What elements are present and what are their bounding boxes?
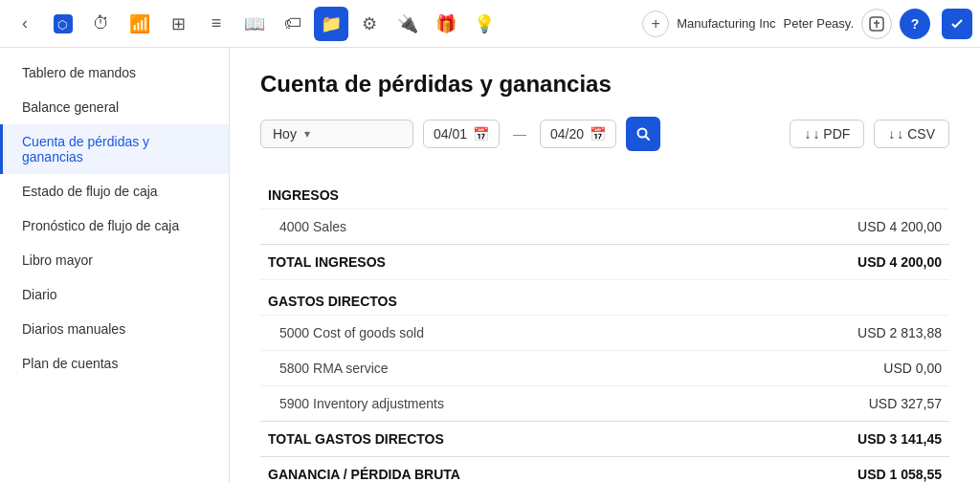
row-ganancia-bruta: GANANCIA / PÉRDIDA BRUTA USD 1 058,55	[260, 457, 949, 483]
plug-icon[interactable]: 🔌	[390, 7, 425, 41]
settings-icon[interactable]: ⚙	[352, 7, 387, 41]
cogs-value: USD 2 813,88	[726, 316, 949, 351]
sidebar-item-flujo[interactable]: Estado de flujo de caja	[0, 174, 229, 208]
chevron-down-icon: ▾	[304, 127, 310, 141]
row-5900[interactable]: 5900 Inventory adjustments USD 327,57	[260, 386, 949, 422]
main-content: Cuenta de pérdidas y ganancias Hoy ▾ 04/…	[230, 48, 980, 482]
date-separator: —	[509, 126, 530, 142]
gift-icon[interactable]: 🎁	[429, 7, 463, 41]
search-button[interactable]	[626, 117, 660, 151]
sidebar-item-tablero[interactable]: Tablero de mandos	[0, 55, 229, 90]
page-title: Cuenta de pérdidas y ganancias	[260, 71, 949, 98]
ganancia-value: USD 1 058,55	[726, 457, 949, 483]
csv-icon: ↓	[888, 126, 895, 142]
sidebar-item-libro[interactable]: Libro mayor	[0, 243, 229, 277]
section-gastos-header: GASTOS DIRECTOS	[260, 280, 949, 316]
row-total-ingresos: TOTAL INGRESOS USD 4 200,00	[260, 245, 949, 280]
row-5000[interactable]: 5000 Cost of goods sold USD 2 813,88	[260, 316, 949, 351]
company-name[interactable]: Manufacturing Inc	[677, 16, 775, 31]
sales-label: 4000 Sales	[260, 209, 726, 245]
sidebar: Tablero de mandos Balance general Cuenta…	[0, 48, 230, 482]
date-to-input[interactable]: 04/20 📅	[540, 120, 616, 148]
user-name[interactable]: Peter Peasy.	[784, 16, 854, 31]
period-select[interactable]: Hoy ▾	[260, 120, 413, 148]
date-to-value: 04/20	[550, 126, 584, 142]
inventory-label: 5900 Inventory adjustments	[260, 386, 726, 422]
pdf-icon: ↓	[804, 126, 811, 142]
date-from-input[interactable]: 04/01 📅	[423, 120, 500, 148]
cogs-label: 5000 Cost of goods sold	[260, 316, 726, 351]
help-button[interactable]: ?	[900, 9, 930, 39]
section-ingresos-header: INGRESOS	[260, 174, 949, 209]
bulb-icon[interactable]: 💡	[467, 7, 501, 41]
row-4000-sales[interactable]: 4000 Sales USD 4 200,00	[260, 209, 949, 245]
report-table: INGRESOS 4000 Sales USD 4 200,00 TOTAL I…	[260, 174, 949, 482]
sales-value: USD 4 200,00	[726, 209, 949, 245]
app-icon[interactable]: ⬡	[46, 7, 80, 41]
ingresos-label: INGRESOS	[260, 174, 726, 209]
csv-label: ↓ CSV	[897, 126, 935, 142]
row-total-gastos: TOTAL GASTOS DIRECTOS USD 3 141,45	[260, 422, 949, 457]
sidebar-item-plan[interactable]: Plan de cuentas	[0, 346, 229, 381]
rma-value: USD 0,00	[726, 351, 949, 386]
gastos-label: GASTOS DIRECTOS	[260, 280, 726, 316]
sidebar-item-diario[interactable]: Diario	[0, 277, 229, 312]
top-navigation: ‹ ⬡ ⏱ 📶 ⊞ ≡ 📖 🏷 📁 ⚙ 🔌 🎁 💡 + Manufacturin…	[0, 0, 980, 48]
sidebar-item-perdidas[interactable]: Cuenta de pérdidas y ganancias	[0, 124, 229, 174]
tag-icon[interactable]: 🏷	[276, 7, 310, 41]
sidebar-item-pronostico[interactable]: Pronóstico de flujo de caja	[0, 208, 229, 243]
total-gastos-value: USD 3 141,45	[726, 422, 949, 457]
total-gastos-label: TOTAL GASTOS DIRECTOS	[260, 422, 726, 457]
pdf-button[interactable]: ↓ ↓ PDF	[790, 120, 864, 148]
activity-button[interactable]	[942, 9, 972, 39]
add-button[interactable]: +	[642, 11, 669, 37]
ganancia-label: GANANCIA / PÉRDIDA BRUTA	[260, 457, 726, 483]
total-ingresos-value: USD 4 200,00	[726, 245, 949, 280]
rma-label: 5800 RMA service	[260, 351, 726, 386]
folder-icon[interactable]: 📁	[314, 7, 348, 41]
sidebar-item-balance[interactable]: Balance general	[0, 90, 229, 124]
page-body: Tablero de mandos Balance general Cuenta…	[0, 48, 980, 482]
csv-button[interactable]: ↓ ↓ CSV	[874, 120, 949, 148]
filters-row: Hoy ▾ 04/01 📅 — 04/20 📅 ↓ ↓ PDF	[260, 117, 949, 151]
row-5800[interactable]: 5800 RMA service USD 0,00	[260, 351, 949, 386]
chart-icon[interactable]: 📶	[122, 7, 157, 41]
clock-icon[interactable]: ⏱	[84, 7, 119, 41]
calendar-to-icon: 📅	[590, 126, 606, 142]
inventory-value: USD 327,57	[726, 386, 949, 422]
period-label: Hoy	[273, 126, 297, 142]
user-menu-icon[interactable]	[861, 9, 892, 39]
book-icon[interactable]: 📖	[237, 7, 272, 41]
sidebar-item-manuales[interactable]: Diarios manuales	[0, 312, 229, 346]
svg-text:⬡: ⬡	[57, 18, 67, 32]
list-icon[interactable]: ≡	[199, 7, 234, 41]
total-ingresos-label: TOTAL INGRESOS	[260, 245, 726, 280]
back-icon[interactable]: ‹	[8, 7, 42, 41]
pdf-label: ↓ PDF	[813, 126, 850, 142]
svg-line-5	[646, 137, 650, 141]
calendar-icon[interactable]: ⊞	[161, 7, 195, 41]
calendar-from-icon: 📅	[473, 126, 489, 142]
date-from-value: 04/01	[434, 126, 467, 142]
